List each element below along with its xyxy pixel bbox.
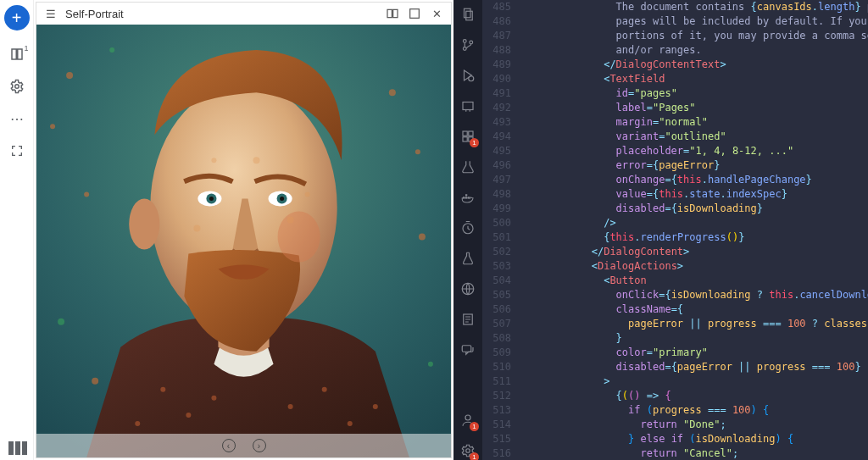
svg-point-21 <box>135 421 140 426</box>
flask-icon[interactable] <box>459 249 477 268</box>
svg-rect-2 <box>393 9 398 17</box>
svg-point-39 <box>463 40 466 43</box>
code-line[interactable]: error={pageError} <box>518 158 868 173</box>
code-line[interactable]: } else if (isDownloading) { <box>518 432 868 446</box>
code-line[interactable]: The document contains {canvasIds.length}… <box>518 0 868 14</box>
code-line[interactable]: > <box>518 374 868 389</box>
svg-point-6 <box>109 47 114 53</box>
expand-icon[interactable] <box>407 6 422 21</box>
svg-point-5 <box>66 72 73 79</box>
svg-point-42 <box>469 76 474 81</box>
account-icon[interactable]: 1 <box>459 411 477 430</box>
svg-rect-45 <box>469 131 473 136</box>
svg-rect-55 <box>462 346 471 352</box>
code-editor[interactable]: 4854864874884894904914924934944954964974… <box>482 0 868 460</box>
code-line[interactable]: margin="normal" <box>518 115 868 130</box>
svg-rect-38 <box>466 11 473 20</box>
two-page-icon[interactable] <box>385 6 400 21</box>
code-line[interactable]: placeholder="1, 4, 8-12, ..." <box>518 144 868 158</box>
svg-point-15 <box>160 387 165 392</box>
code-line[interactable]: </DialogContentText> <box>518 58 868 72</box>
settings-gear-icon[interactable]: 1 <box>459 441 477 460</box>
debug-play-icon[interactable] <box>459 66 477 85</box>
code-line[interactable]: <Button <box>518 274 868 288</box>
svg-rect-43 <box>463 103 473 110</box>
code-line[interactable]: } <box>518 331 868 346</box>
code-line[interactable]: /> <box>518 216 868 230</box>
code-line[interactable]: onChange={this.handlePageChange} <box>518 173 868 187</box>
remote-icon[interactable] <box>459 97 477 115</box>
svg-point-17 <box>211 396 216 401</box>
svg-point-10 <box>419 233 426 240</box>
image-viewer-pane: ☰ Self-Portrait ✕ <box>36 2 452 458</box>
columns-icon[interactable] <box>8 441 27 455</box>
svg-rect-3 <box>410 9 420 19</box>
extensions-icon[interactable]: 1 <box>459 127 477 146</box>
book-badge: 1 <box>24 44 28 53</box>
docker-icon[interactable] <box>459 188 477 207</box>
code-line[interactable]: pageError || progress === 100 ? classes.… <box>518 317 868 331</box>
svg-point-20 <box>348 421 353 426</box>
feedback-icon[interactable] <box>459 341 477 359</box>
portrait-image <box>36 25 451 457</box>
line-gutter: 4854864874884894904914924934944954964974… <box>482 0 518 460</box>
code-line[interactable]: {this.renderProgress()} <box>518 230 868 245</box>
prev-icon[interactable]: ‹ <box>222 439 236 452</box>
code-line[interactable]: </DialogContent> <box>518 245 868 259</box>
svg-point-14 <box>92 378 98 385</box>
svg-point-41 <box>470 41 473 44</box>
code-line[interactable]: variant="outlined" <box>518 130 868 144</box>
svg-point-19 <box>322 387 327 392</box>
svg-point-22 <box>373 404 378 409</box>
branch-icon[interactable] <box>459 36 477 54</box>
globe-icon[interactable] <box>459 280 477 298</box>
extensions-badge: 1 <box>470 138 479 147</box>
next-icon[interactable]: › <box>253 439 266 452</box>
files-icon[interactable] <box>459 5 477 24</box>
viewer-controls: ‹ › <box>36 434 451 457</box>
code-line[interactable]: and/or ranges. <box>518 43 868 58</box>
svg-point-12 <box>50 124 55 129</box>
code-line[interactable]: color="primary" <box>518 346 868 360</box>
svg-point-9 <box>58 319 64 325</box>
code-line[interactable]: pages will be included by default. If yo… <box>518 14 868 29</box>
svg-point-18 <box>288 404 293 409</box>
gear-icon[interactable] <box>8 78 25 95</box>
svg-point-34 <box>253 157 260 163</box>
code-line[interactable]: onClick={isDownloading ? this.cancelDown… <box>518 288 868 302</box>
svg-rect-44 <box>463 131 467 136</box>
code-line[interactable]: label="Pages" <box>518 101 868 115</box>
code-line[interactable]: portions of it, you may provide a comma … <box>518 29 868 43</box>
note-icon[interactable] <box>459 310 477 329</box>
plus-fab[interactable]: + <box>4 5 30 30</box>
code-line[interactable]: return "Cancel"; <box>518 446 868 460</box>
code-line[interactable]: if (progress === 100) { <box>518 403 868 418</box>
menu-icon[interactable]: ☰ <box>43 6 58 21</box>
svg-point-24 <box>129 198 159 249</box>
beaker-icon[interactable] <box>459 158 477 176</box>
svg-point-13 <box>415 149 420 154</box>
timer-icon[interactable] <box>459 219 477 237</box>
svg-point-31 <box>278 211 320 262</box>
close-icon[interactable]: ✕ <box>429 6 444 21</box>
code-line[interactable]: {(() => { <box>518 389 868 403</box>
fullscreen-icon[interactable] <box>8 142 25 159</box>
book-icon[interactable]: 1 <box>8 46 25 63</box>
code-line[interactable]: <DialogActions> <box>518 259 868 274</box>
code-line[interactable]: className={ <box>518 302 868 317</box>
svg-rect-37 <box>465 8 471 18</box>
viewer-title: Self-Portrait <box>65 8 378 20</box>
svg-point-7 <box>389 89 396 96</box>
more-icon[interactable]: ⋯ <box>8 110 25 127</box>
code-content[interactable]: The document contains {canvasIds.length}… <box>518 0 868 460</box>
code-line[interactable]: <TextField <box>518 72 868 86</box>
code-line[interactable]: value={this.state.indexSpec} <box>518 187 868 202</box>
svg-point-32 <box>193 224 200 231</box>
code-line[interactable]: return "Done"; <box>518 418 868 432</box>
code-line[interactable]: id="pages" <box>518 86 868 101</box>
svg-rect-1 <box>387 9 392 17</box>
svg-rect-51 <box>465 194 467 196</box>
code-line[interactable]: disabled={pageError || progress === 100} <box>518 360 868 374</box>
viewer-canvas[interactable]: ‹ › <box>36 25 451 457</box>
code-line[interactable]: disabled={isDownloading} <box>518 202 868 216</box>
